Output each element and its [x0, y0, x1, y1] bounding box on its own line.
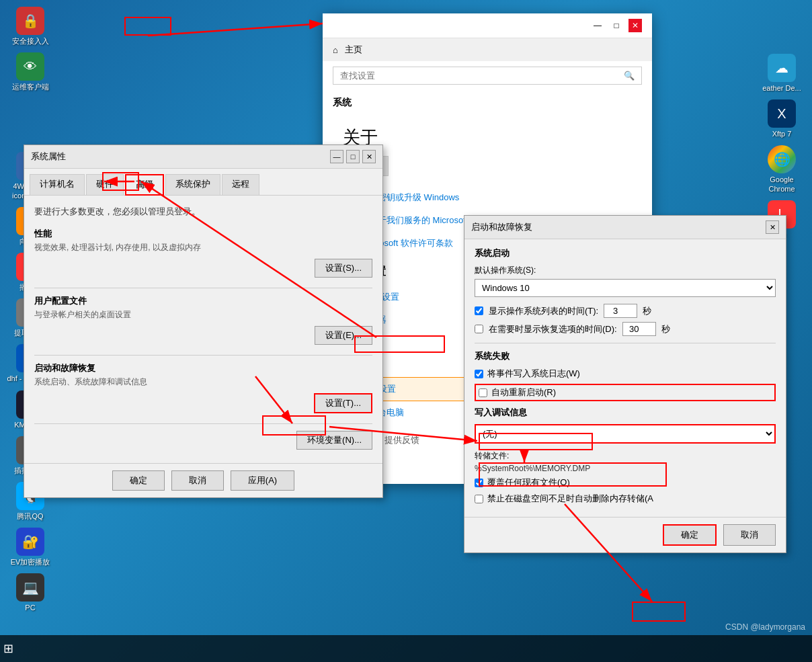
transfer-file-path: %SystemRoot%\MEMORY.DMP — [475, 464, 776, 473]
env-variables-btn[interactable]: 环境变量(N)... — [296, 431, 372, 450]
default-os-label: 默认操作系统(S): — [475, 265, 776, 276]
show-os-list-spinner[interactable] — [604, 304, 637, 318]
debug-info-select[interactable]: (无) 小内存转储 核心内存转储 完整内存转储 — [475, 424, 776, 444]
show-os-list-row: 显示操作系统列表的时间(T): 秒 — [475, 304, 776, 318]
desktop-icon-ops-label: 运维客户端 — [12, 83, 49, 91]
tab-remote[interactable]: 远程 — [222, 174, 259, 195]
overwrite-label: 覆盖任何现有文件(O) — [487, 477, 570, 489]
svg-line-1 — [148, 24, 323, 36]
settings-titlebar: — □ ✕ — [323, 13, 652, 38]
disable-auto-delete-checkbox[interactable] — [475, 495, 483, 503]
desktop-icon-pc-label: PC — [25, 604, 35, 612]
overwrite-row: 覆盖任何现有文件(O) — [475, 477, 776, 489]
desktop-icon-xftp-label: Xftp 7 — [772, 130, 792, 138]
annotation-ok-btn — [632, 602, 686, 622]
chrome-icon: 🌐 — [768, 145, 796, 173]
startup-ok-btn[interactable]: 确定 — [663, 524, 717, 546]
startup-titlebar: 启动和故障恢复 ✕ — [464, 216, 786, 239]
desktop-icon-label: 安全接入入 — [12, 37, 49, 46]
write-event-label: 将事件写入系统日志(W) — [487, 368, 580, 380]
perf-desc: 视觉效果, 处理器计划, 内存使用, 以及虚拟内存 — [34, 242, 372, 253]
startup-settings-btn[interactable]: 设置(T)... — [314, 393, 372, 413]
auto-restart-checkbox[interactable] — [479, 388, 487, 397]
pc-icon: 💻 — [16, 573, 44, 602]
desktop-icon-ev-label: EV加密播放 — [11, 558, 50, 567]
sysprop-cancel-btn[interactable]: 取消 — [171, 470, 224, 491]
disable-label: 禁止在磁盘空间不足时自动删除内存转储(A — [487, 493, 653, 505]
profiles-header: 用户配置文件 — [34, 295, 372, 307]
settings-window-controls: — □ ✕ — [591, 19, 642, 32]
transfer-file-label: 转储文件: — [475, 450, 776, 462]
desktop-icon-ev[interactable]: 🔐 EV加密播放 — [7, 528, 54, 567]
show-recovery-checkbox[interactable] — [475, 325, 483, 333]
feedback-link[interactable]: 提供反馈 — [384, 434, 419, 446]
startup-close[interactable]: ✕ — [766, 220, 779, 234]
startup-footer: 确定 取消 — [464, 517, 786, 552]
default-os-select[interactable]: Windows 10 — [475, 279, 776, 297]
tab-computer-name[interactable]: 计算机名 — [30, 174, 85, 195]
startup-cancel-btn[interactable]: 取消 — [723, 524, 776, 546]
start-button[interactable]: ⊞ — [3, 641, 13, 656]
ops-icon: 👁 — [16, 52, 44, 81]
sysprop-ok-btn[interactable]: 确定 — [112, 470, 165, 491]
sysprop-maximize[interactable]: □ — [346, 150, 360, 163]
sysprop-minimize[interactable]: — — [330, 150, 343, 163]
sysprop-apply-btn[interactable]: 应用(A) — [231, 470, 294, 491]
desktop: 🔒 安全接入入 👁 运维客户端 ☁ 4Weather-icons-1.1... … — [0, 0, 812, 662]
show-os-list-label: 显示操作系统列表的时间(T): — [489, 305, 598, 317]
desktop-icon-pc[interactable]: 💻 PC — [7, 573, 54, 612]
profiles-desc: 与登录帐户相关的桌面设置 — [34, 309, 372, 321]
desktop-icon-chrome[interactable]: 🌐 Google Chrome — [758, 145, 805, 193]
sysprop-titlebar: 系统属性 — □ ✕ — [24, 145, 382, 169]
sysprop-title: 系统属性 — [31, 151, 66, 163]
show-recovery-unit: 秒 — [661, 323, 670, 335]
desktop-icon-ops[interactable]: 👁 运维客户端 — [7, 52, 54, 91]
startup-recovery-dialog: 启动和故障恢复 ✕ 系统启动 默认操作系统(S): Windows 10 显示操… — [464, 215, 786, 553]
xftp-icon: X — [768, 99, 796, 128]
desktop-icons-right: ☁ eather De... X Xftp 7 🌐 Google Chrome … — [758, 7, 805, 239]
maximize-button[interactable]: □ — [610, 19, 623, 32]
write-event-checkbox[interactable] — [475, 370, 483, 378]
home-icon[interactable]: ⌂ — [333, 45, 338, 55]
ev-icon: 🔐 — [16, 528, 44, 556]
write-event-row: 将事件写入系统日志(W) — [475, 368, 776, 380]
startup-header: 启动和故障恢复 — [34, 362, 372, 374]
show-recovery-spinner[interactable] — [622, 322, 656, 336]
close-button[interactable]: ✕ — [628, 19, 642, 32]
tab-system-protection[interactable]: 系统保护 — [165, 174, 220, 195]
nav-home-label: 主页 — [345, 44, 362, 56]
minimize-button[interactable]: — — [591, 19, 604, 32]
show-os-list-checkbox[interactable] — [475, 306, 483, 315]
desktop-icon-chrome-label: Google Chrome — [758, 175, 805, 193]
search-icon: 🔍 — [624, 71, 635, 81]
csdn-watermark: CSDN @ladymorgana — [725, 622, 805, 632]
settings-search-bar[interactable]: 🔍 — [333, 67, 642, 85]
startup-window-controls: ✕ — [766, 220, 779, 234]
tab-hardware[interactable]: 硬件 — [86, 174, 124, 195]
perf-header: 性能 — [34, 228, 372, 240]
desktop-icon-eather[interactable]: ☁ eather De... — [758, 54, 805, 93]
tab-advanced[interactable]: 高级 — [125, 174, 164, 196]
sysprop-tabs: 计算机名 硬件 高级 系统保护 远程 — [24, 169, 382, 196]
annotation-settings-label — [124, 17, 171, 36]
show-recovery-label: 在需要时显示恢复选项的时间(D): — [489, 323, 617, 335]
sysprop-performance-section: 性能 视觉效果, 处理器计划, 内存使用, 以及虚拟内存 设置(S)... — [34, 228, 372, 281]
system-startup-title: 系统启动 — [475, 247, 776, 259]
eather-icon: ☁ — [768, 54, 796, 82]
sysprop-content: 要进行大多数更改，您必须以管理员登录。 性能 视觉效果, 处理器计划, 内存使用… — [24, 196, 382, 463]
desktop-icon-security[interactable]: 🔒 安全接入入 — [7, 7, 54, 46]
system-properties-dialog: 系统属性 — □ ✕ 计算机名 硬件 高级 系统保护 远程 要进行大多数更改，您… — [24, 144, 383, 498]
sysprop-close[interactable]: ✕ — [362, 150, 376, 163]
startup-title: 启动和故障恢复 — [471, 221, 532, 233]
taskbar: ⊞ — [0, 635, 812, 662]
desktop-icon-xftp[interactable]: X Xftp 7 — [758, 99, 805, 138]
auto-restart-row: 自动重新启动(R) — [475, 384, 776, 401]
settings-section-title: 系统 — [323, 90, 652, 112]
perf-settings-btn[interactable]: 设置(S)... — [315, 259, 372, 278]
profiles-settings-btn[interactable]: 设置(E)... — [315, 326, 372, 345]
security-icon: 🔒 — [16, 7, 44, 35]
auto-restart-label: 自动重新启动(R) — [491, 386, 556, 399]
overwrite-checkbox[interactable] — [475, 479, 483, 487]
desktop-icon-qq-label: 腾讯QQ — [17, 512, 43, 521]
settings-search-input[interactable] — [340, 71, 624, 81]
